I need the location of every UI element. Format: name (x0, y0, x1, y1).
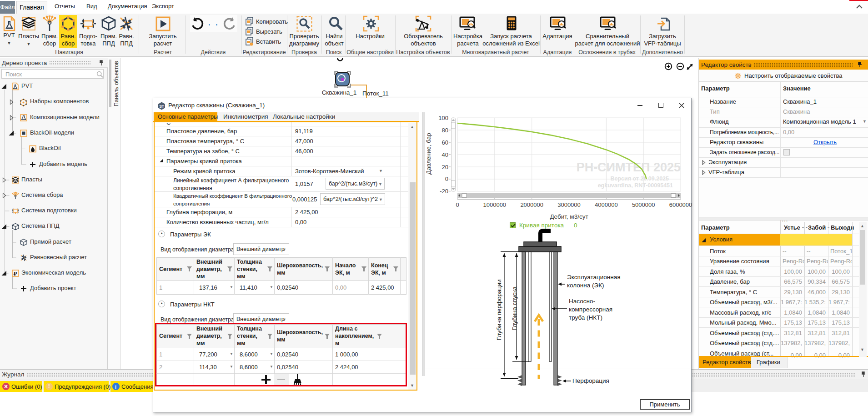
svg-text:0: 0 (445, 175, 448, 182)
svg-text:3000000: 3000000 (557, 201, 581, 208)
svg-text:-20: -20 (440, 188, 448, 195)
svg-text:ST: ST (159, 104, 165, 109)
svg-text:2000000: 2000000 (520, 201, 543, 208)
svg-text:4000000: 4000000 (595, 201, 618, 208)
svg-text:Дебит, м3/сут: Дебит, м3/сут (550, 213, 588, 220)
svg-text:Давление, бар: Давление, бар (425, 133, 432, 174)
svg-text:6000000: 6000000 (669, 201, 692, 208)
svg-text:0: 0 (456, 201, 459, 208)
svg-text:20: 20 (442, 164, 448, 170)
svg-text:80: 80 (442, 127, 448, 134)
svg-text:P: P (14, 271, 17, 277)
svg-text:60: 60 (442, 139, 448, 146)
svg-text:40: 40 (442, 151, 448, 158)
svg-text:100: 100 (438, 115, 448, 121)
svg-text:5000000: 5000000 (632, 201, 655, 208)
svg-text:1000000: 1000000 (483, 201, 506, 208)
